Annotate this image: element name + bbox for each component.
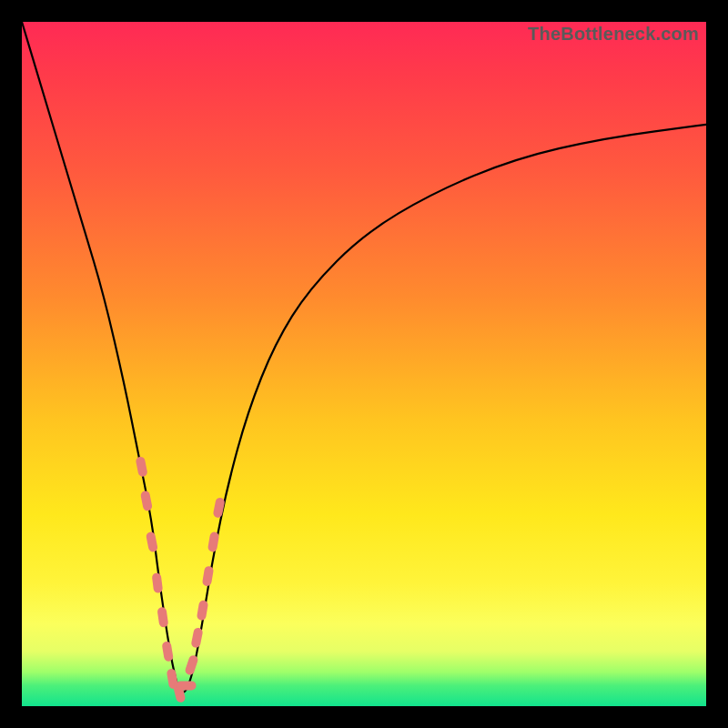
- bead: [190, 627, 203, 649]
- bead: [140, 490, 153, 512]
- svg-rect-5: [161, 641, 173, 662]
- bottleneck-curve: [22, 22, 706, 693]
- svg-rect-14: [213, 497, 226, 519]
- bead: [157, 607, 168, 628]
- plot-area: TheBottleneck.com: [22, 22, 706, 706]
- svg-rect-1: [140, 490, 153, 512]
- bead: [197, 600, 208, 621]
- bead: [213, 497, 226, 519]
- bead: [177, 681, 197, 690]
- svg-rect-3: [152, 572, 164, 593]
- svg-rect-2: [146, 531, 158, 553]
- svg-rect-0: [136, 456, 148, 478]
- bead: [161, 641, 173, 662]
- bead: [146, 531, 158, 553]
- svg-rect-12: [202, 565, 214, 586]
- chart-frame: TheBottleneck.com: [0, 0, 728, 728]
- curve-layer: [22, 22, 706, 706]
- bead: [136, 456, 148, 478]
- svg-rect-9: [184, 654, 198, 676]
- bead: [184, 654, 198, 676]
- bead: [207, 531, 219, 552]
- beads-group: [136, 456, 226, 703]
- bead: [202, 565, 214, 586]
- svg-rect-4: [157, 607, 168, 628]
- svg-rect-13: [207, 531, 219, 552]
- svg-rect-8: [177, 681, 197, 690]
- bead: [152, 572, 164, 593]
- svg-rect-10: [190, 627, 203, 649]
- svg-rect-11: [197, 600, 208, 621]
